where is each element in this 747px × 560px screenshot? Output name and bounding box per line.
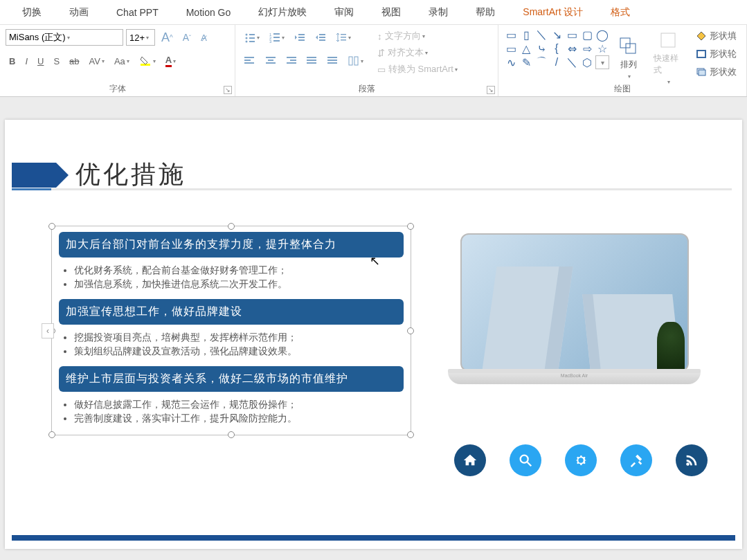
shape-oval-icon[interactable]: ◯ <box>595 28 609 42</box>
resize-handle-tr[interactable] <box>407 223 414 230</box>
decrease-indent-button[interactable] <box>291 30 309 45</box>
paragraph-group-expand[interactable]: ↘ <box>487 86 495 94</box>
shape-poly-icon[interactable]: ⬡ <box>580 55 594 69</box>
tab-view[interactable]: 视图 <box>368 1 415 24</box>
shape-connector-icon[interactable]: ⤷ <box>534 42 548 55</box>
shape-free-icon[interactable]: ✎ <box>519 55 533 69</box>
align-text-button[interactable]: ⇵ 对齐文本▾ <box>374 44 464 61</box>
shape-rightarrow-icon[interactable]: ⇨ <box>580 42 594 55</box>
shapes-more-icon[interactable]: ▾ <box>595 55 609 69</box>
resize-handle-mr[interactable] <box>407 327 414 334</box>
bold-button[interactable]: B <box>6 54 19 69</box>
align-right-button[interactable] <box>282 54 300 68</box>
shape-rect-icon[interactable]: ▭ <box>565 28 579 42</box>
line-spacing-button[interactable]: ▾ <box>332 30 354 45</box>
slide-canvas[interactable]: 优化措施 ‹ 加大后台部门对前台业务的支撑力度，提升整体合力 优化财务系统，配合… <box>0 98 747 560</box>
search-icon[interactable] <box>510 444 541 476</box>
quick-styles-button[interactable]: 快速样式▾ <box>648 28 688 88</box>
align-justify-button[interactable] <box>303 54 321 68</box>
change-case-button[interactable]: Aa▾ <box>111 54 133 69</box>
italic-button[interactable]: I <box>21 54 31 69</box>
shape-doublearrow-icon[interactable]: ⇔ <box>565 42 579 55</box>
shape-arrow-icon[interactable]: ↘ <box>550 28 564 42</box>
laptop-image[interactable]: MacBook Air <box>448 233 701 384</box>
shapes-gallery[interactable]: ▭ ▯ ＼ ↘ ▭ ▢ ◯ ▭ △ ⤷ { ⇔ ⇨ ☆ <box>504 28 609 88</box>
bullets-button[interactable]: ▾ <box>241 30 263 45</box>
shape-star-icon[interactable]: ☆ <box>595 42 609 55</box>
increase-indent-button[interactable] <box>312 30 330 45</box>
rss-icon[interactable] <box>676 444 708 476</box>
increase-font-icon[interactable]: A^ <box>158 28 177 47</box>
align-distributed-button[interactable] <box>324 54 342 68</box>
convert-smartart-button[interactable]: ▭ 转换为 SmartArt▾ <box>374 61 478 78</box>
shape-outline-button[interactable]: 形状轮 <box>692 46 741 62</box>
bullet-text[interactable]: 完善制度建设，落实审计工作，提升风险防控能力。 <box>74 413 404 425</box>
shape-textbox-icon[interactable]: ▭ <box>504 28 518 42</box>
shape-line3-icon[interactable]: ＼ <box>565 55 579 69</box>
highlight-color-button[interactable]: ▾ <box>136 53 159 69</box>
home-icon[interactable] <box>454 444 486 476</box>
smartart-item-1[interactable]: 加大后台部门对前台业务的支撑力度，提升整体合力 优化财务系统，配合前台基金做好财… <box>59 232 404 299</box>
shape-rect2-icon[interactable]: ▭ <box>504 42 518 55</box>
clear-format-icon[interactable]: A̷ <box>197 30 210 45</box>
tab-motiongo[interactable]: Motion Go <box>172 2 245 23</box>
shadow-button[interactable]: S <box>50 54 63 69</box>
smartart-item-3[interactable]: 维护上市层面与投资者关系，做好二级市场的市值维护 做好信息披露工作，规范三会运作… <box>59 366 404 433</box>
smartart-header-1[interactable]: 加大后台部门对前台业务的支撑力度，提升整体合力 <box>59 232 404 258</box>
shape-effects-button[interactable]: 形状效 <box>692 64 741 80</box>
numbering-button[interactable]: 123▾ <box>266 30 288 45</box>
shape-arc-icon[interactable]: ⌒ <box>534 55 548 69</box>
align-center-button[interactable] <box>262 54 280 68</box>
smartart-item-2[interactable]: 加强宣传思想工作，做好品牌建设 挖掘投资项目亮点，培树典型，发挥榜样示范作用； … <box>59 299 404 366</box>
align-left-button[interactable] <box>241 54 259 68</box>
bullet-text[interactable]: 做好信息披露工作，规范三会运作，规范股份操作； <box>74 399 404 411</box>
bullet-text[interactable]: 加强信息系统，加快推进信息系统二次开发工作。 <box>74 278 404 291</box>
shape-line2-icon[interactable]: / <box>550 55 564 69</box>
shape-brace-icon[interactable]: { <box>550 42 564 55</box>
tab-animation[interactable]: 动画 <box>55 1 102 24</box>
resize-handle-tl[interactable] <box>48 223 55 230</box>
font-group-expand[interactable]: ↘ <box>224 86 232 94</box>
font-family-selector[interactable]: MiSans (正文)▾ <box>6 29 123 46</box>
gear-icon[interactable] <box>565 444 597 476</box>
tab-slideshow[interactable]: 幻灯片放映 <box>244 1 321 24</box>
smartart-header-2[interactable]: 加强宣传思想工作，做好品牌建设 <box>59 299 404 325</box>
resize-handle-bl[interactable] <box>48 431 55 438</box>
bullet-text[interactable]: 优化财务系统，配合前台基金做好财务管理工作； <box>74 264 404 277</box>
tab-record[interactable]: 录制 <box>415 1 462 24</box>
shape-line-icon[interactable]: ＼ <box>534 28 548 42</box>
resize-handle-tm[interactable] <box>228 223 235 230</box>
font-size-selector[interactable]: 12+▾ <box>126 29 155 46</box>
tab-smartart-design[interactable]: SmartArt 设计 <box>509 1 597 24</box>
columns-button[interactable]: ▾ <box>345 54 367 68</box>
svg-rect-34 <box>327 57 337 58</box>
tab-help[interactable]: 帮助 <box>462 1 509 24</box>
underline-button[interactable]: U <box>34 54 47 69</box>
shape-tri-icon[interactable]: △ <box>519 42 533 55</box>
smartart-selection[interactable]: ‹ 加大后台部门对前台业务的支撑力度，提升整体合力 优化财务系统，配合前台基金做… <box>51 226 411 435</box>
shape-fill-button[interactable]: 形状填 <box>692 28 741 44</box>
shape-roundrect-icon[interactable]: ▢ <box>580 28 594 42</box>
tab-format[interactable]: 格式 <box>597 1 644 24</box>
resize-handle-br[interactable] <box>407 431 414 438</box>
tab-review[interactable]: 审阅 <box>321 1 368 24</box>
tab-transition[interactable]: 切换 <box>8 1 55 24</box>
bullet-text[interactable]: 挖掘投资项目亮点，培树典型，发挥榜样示范作用； <box>74 332 404 344</box>
tab-chatppt[interactable]: Chat PPT <box>102 2 172 23</box>
tools-icon[interactable] <box>620 444 652 476</box>
slide-title[interactable]: 优化措施 <box>75 158 186 192</box>
smartart-textpane-toggle[interactable]: ‹ <box>42 323 54 338</box>
resize-handle-bm[interactable] <box>228 431 235 438</box>
decrease-font-icon[interactable]: Aˇ <box>179 30 195 45</box>
svg-rect-17 <box>319 37 325 38</box>
smartart-header-3[interactable]: 维护上市层面与投资者关系，做好二级市场的市值维护 <box>59 366 404 392</box>
strikethrough-button[interactable]: ab <box>66 54 82 69</box>
arrange-button[interactable]: 排列▾ <box>613 28 644 88</box>
slide[interactable]: 优化措施 ‹ 加大后台部门对前台业务的支撑力度，提升整体合力 优化财务系统，配合… <box>5 120 742 549</box>
text-direction-button[interactable]: ↕ 文字方向▾ <box>374 28 464 44</box>
shape-vtextbox-icon[interactable]: ▯ <box>519 28 533 42</box>
bullet-text[interactable]: 策划组织品牌建设及宣教活动，强化品牌建设效果。 <box>74 345 404 358</box>
font-color-button[interactable]: A▾ <box>162 53 179 69</box>
char-spacing-button[interactable]: AV▾ <box>86 54 108 69</box>
shape-curve-icon[interactable]: ∿ <box>504 55 518 69</box>
